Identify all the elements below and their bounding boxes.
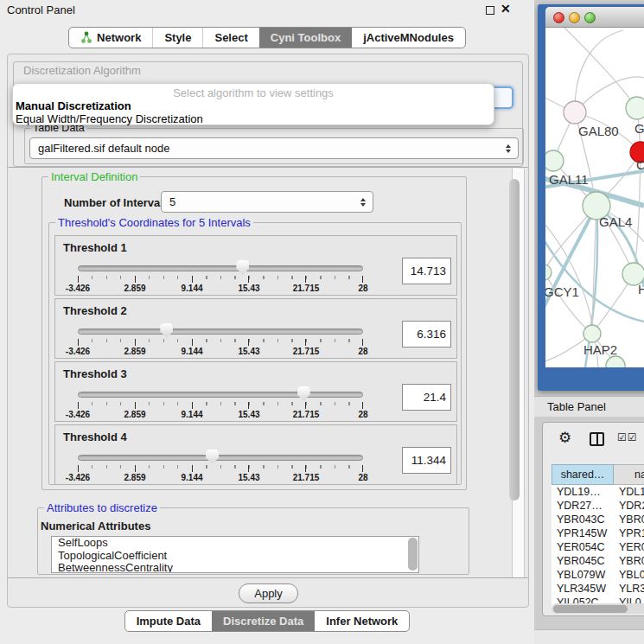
threshold-1-value-field[interactable]: 14.713: [402, 258, 451, 284]
table-row[interactable]: YBR045CYBR0: [552, 554, 644, 568]
tab-impute-data-label: Impute Data: [137, 611, 201, 631]
slider-thumb[interactable]: [297, 386, 310, 401]
tick-label: 9.144: [181, 284, 202, 293]
column-header-shared-name[interactable]: shared…: [552, 464, 614, 485]
table-data-combobox[interactable]: galFiltered.sif default node: [29, 137, 519, 159]
slider-thumb[interactable]: [206, 450, 219, 464]
cell: YPR1: [617, 526, 644, 540]
tick-label: 9.144: [181, 347, 202, 356]
checkbox-icons[interactable]: ☑☑: [617, 431, 638, 443]
table-row[interactable]: YLR345WYLR3: [552, 582, 644, 596]
tick-label: 21.715: [293, 473, 320, 482]
minimize-traffic-light-icon[interactable]: [569, 12, 580, 23]
tab-discretize-data[interactable]: Discretize Data: [212, 611, 315, 631]
table-row[interactable]: YPR145WYPR1: [552, 526, 644, 540]
float-window-icon[interactable]: [486, 6, 494, 15]
tick-label: 21.715: [293, 410, 320, 419]
network-view-window[interactable]: GAL80 GA C GAL11 GAL4 GCY1 H HAP2: [538, 4, 644, 391]
network-window-titlebar[interactable]: [545, 7, 644, 28]
slider-track[interactable]: [78, 265, 363, 271]
list-scrollbar[interactable]: [408, 538, 418, 571]
cell: YLR345W: [552, 582, 617, 596]
node-partial-right[interactable]: [626, 97, 644, 119]
slider-track[interactable]: [78, 392, 363, 398]
slider-thumb[interactable]: [160, 323, 173, 338]
menu-item-manual-discretization[interactable]: Manual Discretization: [16, 99, 131, 112]
table-row[interactable]: YBL079WYBL0: [552, 568, 644, 582]
tick-label: 9.144: [181, 473, 202, 482]
discretization-algorithm-group: Discretization Algorithm Table Data galF…: [13, 61, 523, 167]
table-body: YDL19…YDL1 YDR27…YDR2 YBR043CYBR0 YPR145…: [552, 485, 644, 609]
node-gal11[interactable]: [545, 150, 564, 171]
tick-label: 28: [358, 473, 367, 482]
table-header-row: shared… na: [552, 464, 644, 485]
tab-network[interactable]: Network: [69, 28, 152, 48]
node-label-gal11: GAL11: [549, 172, 589, 187]
node-gal80[interactable]: [564, 101, 586, 124]
table-row[interactable]: YDL19…YDL1: [552, 485, 644, 499]
tab-select[interactable]: Select: [202, 28, 258, 48]
list-item[interactable]: SelfLoops: [52, 537, 418, 550]
threshold-3-value-field[interactable]: 21.4: [402, 384, 451, 411]
tab-jactivemnodules-label: jActiveMNodules: [363, 28, 454, 48]
threshold-3-slider[interactable]: -3.426 2.859 9.144 15.43 21.715 28: [78, 388, 363, 421]
tab-style[interactable]: Style: [152, 28, 202, 48]
node-label-gal80: GAL80: [578, 124, 619, 138]
threshold-4-slider[interactable]: -3.426 2.859 9.144 15.43 21.715 28: [78, 451, 363, 484]
settings-scrollbar-track[interactable]: [512, 169, 525, 578]
threshold-2-value-field[interactable]: 6.316: [402, 321, 451, 348]
tick-label: 2.859: [124, 473, 145, 482]
tick-label: -3.426: [66, 473, 90, 482]
tab-infer-network[interactable]: Infer Network: [315, 611, 409, 631]
tab-cyni-toolbox[interactable]: Cyni Toolbox: [259, 28, 352, 48]
split-columns-icon[interactable]: [590, 432, 604, 446]
close-traffic-light-icon[interactable]: [553, 12, 564, 23]
list-item[interactable]: BetweennessCentrality: [52, 562, 418, 573]
threshold-2-label: Threshold 2: [63, 304, 127, 317]
number-of-intervals-combobox[interactable]: 5: [161, 191, 373, 213]
table-hscrollbar-track[interactable]: [552, 603, 644, 614]
table-row[interactable]: YDR27…YDR2: [552, 499, 644, 513]
slider-thumb[interactable]: [236, 260, 249, 275]
zoom-traffic-light-icon[interactable]: [584, 12, 596, 23]
settings-scrollbar-thumb[interactable]: [509, 179, 520, 501]
bottom-strip: [534, 629, 644, 644]
list-item[interactable]: TopologicalCoefficient: [52, 550, 418, 563]
panel-title: Control Panel: [7, 3, 75, 16]
node-partial-bottom[interactable]: [606, 356, 625, 367]
menu-item-equal-width-frequency[interactable]: Equal Width/Frequency Discretization: [16, 112, 203, 125]
network-canvas[interactable]: GAL80 GA C GAL11 GAL4 GCY1 H HAP2: [545, 28, 644, 367]
gear-icon[interactable]: ⚙: [558, 429, 571, 447]
tab-select-label: Select: [214, 28, 247, 48]
close-icon[interactable]: ✕: [501, 2, 511, 16]
table-panel: ⚙ ☑☑ shared… na YDL19…YDL1 YDR27…YDR2 YB…: [542, 422, 644, 616]
tab-jactivemnodules[interactable]: jActiveMNodules: [352, 28, 465, 48]
numerical-attributes-label: Numerical Attributes: [41, 520, 150, 532]
threshold-row: Threshold 2 -3.426 2.859 9.144 15.43: [54, 298, 457, 359]
slider-track[interactable]: [78, 328, 363, 335]
node-label-partial-h: H: [638, 282, 644, 296]
slider-track[interactable]: [78, 455, 363, 461]
tick-label: 2.859: [124, 347, 145, 356]
threshold-1-slider[interactable]: -3.426 2.859 9.144 15.43 21.715 28: [78, 262, 363, 295]
node-label-partial-g: GA: [634, 121, 644, 136]
table-panel-titlebar: Table Panel: [534, 396, 644, 417]
thresholds-group-title: Threshold's Coordinates for 5 Intervals: [55, 216, 253, 229]
threshold-2-slider[interactable]: -3.426 2.859 9.144 15.43 21.715 28: [78, 325, 363, 358]
tick-label: 2.859: [124, 284, 145, 293]
table-row[interactable]: YBR043CYBR0: [552, 513, 644, 526]
apply-button[interactable]: Apply: [239, 583, 298, 603]
tick-label: 28: [358, 284, 367, 293]
tick-label: 9.144: [181, 410, 202, 419]
threshold-4-value-field[interactable]: 11.344: [402, 447, 451, 474]
table-row[interactable]: YER054CYER0: [552, 540, 644, 554]
top-tab-strip: Network Style Select Cyni Toolbox jActiv…: [0, 27, 534, 48]
column-header-name[interactable]: na: [614, 464, 644, 485]
numerical-attributes-list[interactable]: SelfLoops TopologicalCoefficient Between…: [51, 536, 419, 573]
node-gcy1[interactable]: [545, 265, 552, 280]
cell: YLR3: [617, 582, 644, 596]
node-hap2[interactable]: [583, 325, 601, 342]
slider-tick-labels: -3.426 2.859 9.144 15.43 21.715 28: [78, 284, 363, 294]
table-hscrollbar-thumb[interactable]: [553, 605, 628, 613]
tab-impute-data[interactable]: Impute Data: [125, 611, 212, 631]
